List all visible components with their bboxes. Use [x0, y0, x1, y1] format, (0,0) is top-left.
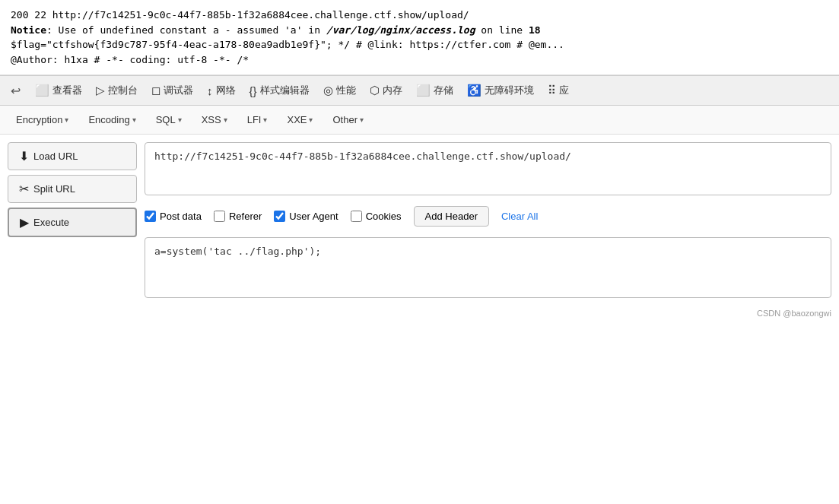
post-data-checkbox[interactable]: Post data: [145, 211, 202, 222]
url-input[interactable]: http://f7c14251-9c0c-44f7-885b-1f32a6884…: [145, 142, 831, 195]
log-area: 200 22 http://f7c14251-9c0c-44f7-885b-1f…: [0, 0, 839, 75]
log-line1: 200 22 http://f7c14251-9c0c-44f7-885b-1f…: [11, 8, 828, 23]
menu-bar: Encryption ▾ Encoding ▾ SQL ▾ XSS ▾ LFI …: [0, 106, 839, 135]
devtools-bar: ↩ ⬜ 查看器 ▷ 控制台 ◻ 调试器 ↕ 网络 {} 样式编辑器 ◎ 性能 ⬡…: [0, 75, 839, 106]
tab-inspector[interactable]: ⬜ 查看器: [29, 81, 88, 100]
memory-icon: ⬡: [370, 84, 380, 97]
more-icon: ⠿: [548, 84, 556, 97]
chevron-down-icon: ▾: [132, 116, 136, 124]
tab-accessibility-label: 无障碍环境: [485, 84, 534, 97]
referer-label: Referer: [229, 211, 262, 222]
log-author: @Author: h1xa # -*- coding: utf-8 -*- /*: [11, 52, 828, 68]
play-icon: ▶: [20, 215, 29, 230]
user-agent-check[interactable]: [274, 211, 285, 222]
hackbar: Encryption ▾ Encoding ▾ SQL ▾ XSS ▾ LFI …: [0, 106, 839, 306]
menu-other-label: Other: [332, 114, 358, 125]
add-header-button[interactable]: Add Header: [414, 206, 489, 227]
chevron-down-icon: ▾: [224, 116, 227, 124]
load-url-label: Load URL: [33, 151, 78, 162]
menu-xxe-label: XXE: [287, 114, 307, 125]
menu-sql-label: SQL: [156, 114, 176, 125]
chevron-down-icon: ▾: [309, 116, 313, 124]
chevron-down-icon: ▾: [65, 116, 68, 124]
tab-more-label: 应: [559, 84, 569, 97]
network-icon: ↕: [207, 84, 213, 97]
tab-style-editor-label: 样式编辑器: [260, 84, 310, 97]
clear-all-link[interactable]: Clear All: [501, 211, 538, 222]
tab-storage[interactable]: ⬜ 存储: [410, 81, 459, 100]
main-content: ⬇ Load URL ✂ Split URL ▶ Execute http://…: [0, 135, 839, 306]
tab-performance-label: 性能: [336, 84, 356, 97]
style-editor-icon: {}: [249, 84, 257, 97]
notice-label: Notice: [11, 24, 46, 36]
menu-xss[interactable]: XSS ▾: [193, 110, 236, 129]
scissors-icon: ✂: [19, 182, 29, 196]
notice-path: /var/log/nginx/access.log: [326, 24, 475, 36]
menu-sql[interactable]: SQL ▾: [148, 110, 190, 129]
user-agent-checkbox[interactable]: User Agent: [274, 211, 338, 222]
performance-icon: ◎: [323, 84, 333, 97]
right-panel: http://f7c14251-9c0c-44f7-885b-1f32a6884…: [145, 142, 831, 298]
storage-icon: ⬜: [416, 84, 431, 97]
menu-other[interactable]: Other ▾: [324, 110, 372, 129]
tab-debugger-label: 调试器: [164, 84, 193, 97]
menu-lfi-label: LFI: [247, 114, 262, 125]
watermark: CSDN @baozongwi: [0, 306, 839, 321]
tab-network[interactable]: ↕ 网络: [201, 81, 242, 100]
referer-checkbox[interactable]: Referer: [214, 211, 262, 222]
accessibility-icon: ♿: [467, 84, 481, 97]
menu-encryption-label: Encryption: [16, 114, 62, 125]
log-notice: Notice: Use of undefined constant a - as…: [11, 23, 828, 38]
tab-performance[interactable]: ◎ 性能: [317, 81, 362, 100]
menu-xss-label: XSS: [202, 114, 221, 125]
chevron-down-icon: ▾: [178, 116, 182, 124]
devtools-back-icon[interactable]: ↩: [3, 78, 27, 103]
tab-memory-label: 内存: [383, 84, 402, 97]
notice-line: 18: [529, 24, 541, 36]
tab-style-editor[interactable]: {} 样式编辑器: [243, 81, 316, 100]
cookies-check[interactable]: [351, 211, 362, 222]
referer-check[interactable]: [214, 211, 225, 222]
tab-console[interactable]: ▷ 控制台: [90, 81, 144, 100]
menu-xxe[interactable]: XXE ▾: [278, 110, 321, 129]
menu-encryption[interactable]: Encryption ▾: [8, 110, 77, 129]
cookies-label: Cookies: [366, 211, 402, 222]
log-flag: $flag="ctfshow{f3d9c787-95f4-4eac-a178-8…: [11, 37, 828, 52]
menu-encoding-label: Encoding: [88, 114, 129, 125]
split-url-label: Split URL: [33, 183, 75, 195]
post-data-input[interactable]: a=system('tac ../flag.php');: [145, 237, 831, 298]
tab-more[interactable]: ⠿ 应: [542, 81, 575, 100]
checks-row: Post data Referer User Agent Cookies Add…: [145, 203, 831, 230]
inspector-icon: ⬜: [35, 84, 49, 97]
chevron-down-icon: ▾: [263, 116, 267, 124]
notice-text: : Use of undefined constant a - assumed …: [46, 24, 326, 36]
execute-label: Execute: [33, 217, 69, 228]
menu-lfi[interactable]: LFI ▾: [239, 110, 276, 129]
load-url-button[interactable]: ⬇ Load URL: [8, 142, 137, 170]
menu-encoding[interactable]: Encoding ▾: [80, 110, 144, 129]
tab-debugger[interactable]: ◻ 调试器: [145, 81, 199, 100]
tab-accessibility[interactable]: ♿ 无障碍环境: [461, 81, 540, 100]
download-icon: ⬇: [19, 149, 29, 163]
execute-button[interactable]: ▶ Execute: [8, 208, 137, 237]
post-data-label: Post data: [160, 211, 202, 222]
tab-storage-label: 存储: [434, 84, 453, 97]
cookies-checkbox[interactable]: Cookies: [351, 211, 402, 222]
tab-inspector-label: 查看器: [52, 84, 82, 97]
tab-network-label: 网络: [216, 84, 236, 97]
console-icon: ▷: [96, 84, 105, 97]
chevron-down-icon: ▾: [360, 116, 364, 124]
split-url-button[interactable]: ✂ Split URL: [8, 175, 137, 203]
tab-memory[interactable]: ⬡ 内存: [364, 81, 408, 100]
notice-suffix: on line: [475, 24, 529, 36]
user-agent-label: User Agent: [289, 211, 338, 222]
left-panel: ⬇ Load URL ✂ Split URL ▶ Execute: [8, 142, 137, 298]
post-data-check[interactable]: [145, 211, 156, 222]
tab-console-label: 控制台: [108, 84, 138, 97]
debugger-icon: ◻: [151, 84, 160, 97]
